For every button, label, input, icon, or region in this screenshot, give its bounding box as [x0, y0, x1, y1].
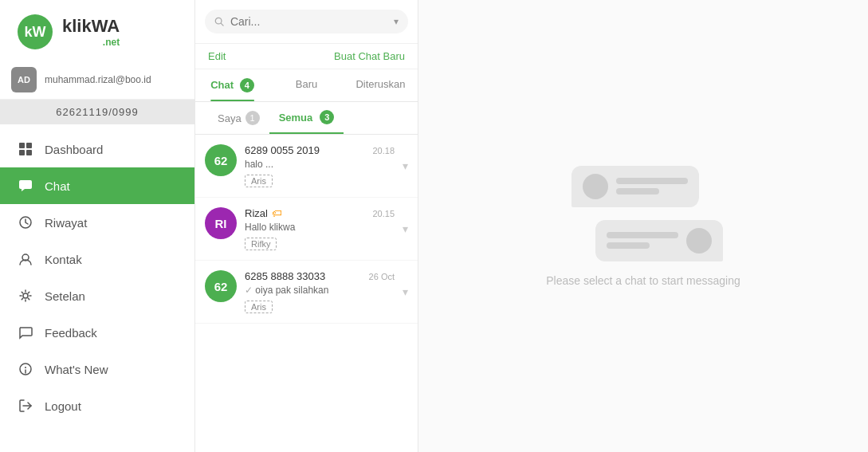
bubble-avatar-2	[686, 228, 712, 254]
logo-area: kW klikWA .net	[0, 0, 194, 61]
logo-net: .net	[62, 37, 120, 48]
contact-icon	[18, 251, 33, 267]
search-input-wrap[interactable]: ▾	[205, 10, 408, 33]
empty-state: Please select a chat to start messaging	[546, 166, 740, 287]
sub-tabs-row: Saya 1 Semua 3	[195, 102, 418, 135]
chat-msg-2: Hallo klikwa	[245, 222, 395, 233]
sidebar-item-setelan[interactable]: Setelan	[0, 277, 194, 314]
chat-panel: ▾ Edit Buat Chat Baru Chat 4 Baru Diteru…	[195, 0, 418, 452]
empty-illustration	[556, 166, 731, 261]
chat-time-2: 20.15	[372, 209, 395, 218]
sidebar-item-riwayat[interactable]: Riwayat	[0, 204, 194, 241]
sub-tab-saya-badge: 1	[245, 111, 260, 125]
chat-item-3[interactable]: 62 6285 8888 33033 26 Oct ✓ oiya pak sil…	[195, 261, 418, 324]
history-icon	[18, 214, 33, 230]
chat-list: 62 6289 0055 2019 20.18 halo ... Aris ▾ …	[195, 135, 418, 452]
svg-rect-4	[19, 150, 25, 155]
bubble-line-4	[607, 242, 650, 249]
search-bar: ▾	[195, 0, 418, 44]
svg-text:kW: kW	[25, 24, 46, 40]
main-content: Please select a chat to start messaging	[418, 0, 868, 452]
chat-avatar-1: 62	[205, 144, 237, 176]
sidebar-item-kontak[interactable]: Kontak	[0, 241, 194, 277]
chat-content-1: 6289 0055 2019 20.18 halo ... Aris	[245, 144, 395, 187]
tab-chat-badge: 4	[240, 78, 254, 92]
chat-phone-1: 6289 0055 2019	[245, 144, 320, 156]
search-icon	[214, 16, 224, 27]
user-email: muhammad.rizal@boo.id	[45, 74, 151, 85]
sidebar-item-chat[interactable]: Chat	[0, 167, 194, 204]
grid-icon	[18, 141, 33, 157]
dropdown-icon[interactable]: ▾	[394, 16, 399, 27]
svg-marker-7	[22, 189, 25, 191]
sidebar-item-label-kontak: Kontak	[45, 253, 82, 266]
logout-icon	[18, 398, 33, 414]
svg-rect-3	[26, 143, 32, 148]
new-chat-button[interactable]: Buat Chat Baru	[334, 50, 405, 62]
feedback-icon	[18, 324, 33, 340]
whats-new-icon	[18, 361, 33, 377]
logo-icon: kW	[16, 13, 54, 51]
sidebar-item-whats-new[interactable]: What's New	[0, 351, 194, 387]
logo-text: klikWA	[62, 16, 120, 37]
chat-time-3: 26 Oct	[369, 272, 395, 281]
chat-icon	[18, 178, 33, 194]
chat-msg-1: halo ...	[245, 159, 395, 170]
chat-chevron-1: ▾	[403, 159, 408, 172]
tabs-row: Chat 4 Baru Diteruskan	[195, 69, 418, 102]
bubble-line-1	[616, 178, 688, 184]
sidebar-item-label-logout: Logout	[45, 399, 81, 413]
sidebar-item-label-setelan: Setelan	[45, 289, 85, 303]
nav-menu: Dashboard Chat Riwayat Kontak	[0, 124, 194, 452]
sidebar-item-label-riwayat: Riwayat	[45, 216, 87, 230]
svg-rect-6	[19, 180, 32, 189]
chat-tag-2: Rifky	[245, 238, 277, 250]
sidebar-item-label-whats-new: What's New	[45, 363, 108, 376]
chat-chevron-3: ▾	[403, 285, 408, 298]
svg-point-10	[23, 293, 28, 298]
gear-icon	[18, 288, 33, 304]
panel-actions: Edit Buat Chat Baru	[195, 44, 418, 69]
svg-line-16	[221, 23, 223, 26]
sidebar-item-label-feedback: Feedback	[45, 326, 97, 340]
tab-baru[interactable]: Baru	[269, 69, 344, 101]
sidebar-item-label-chat: Chat	[45, 179, 70, 193]
check-icon-3: ✓	[245, 285, 253, 296]
svg-rect-5	[26, 150, 32, 155]
sidebar-item-feedback[interactable]: Feedback	[0, 314, 194, 351]
tab-chat[interactable]: Chat 4	[195, 69, 269, 101]
sidebar-item-dashboard[interactable]: Dashboard	[0, 131, 194, 167]
chat-time-1: 20.18	[372, 146, 395, 155]
chat-content-2: Rizal 🏷 20.15 Hallo klikwa Rifky	[245, 207, 395, 250]
chat-avatar-2: RI	[205, 207, 237, 239]
bubble-line-2	[616, 188, 659, 195]
sidebar-item-label-dashboard: Dashboard	[45, 143, 103, 156]
empty-state-text: Please select a chat to start messaging	[546, 274, 740, 287]
chat-bubble-1	[571, 166, 699, 207]
chat-item-2[interactable]: RI Rizal 🏷 20.15 Hallo klikwa Rifky ▾	[195, 198, 418, 261]
edit-button[interactable]: Edit	[208, 50, 226, 62]
chat-chevron-2: ▾	[403, 222, 408, 235]
sub-tab-saya[interactable]: Saya 1	[208, 102, 269, 134]
phone-banner: 62621119/0999	[0, 100, 194, 124]
chat-item-1[interactable]: 62 6289 0055 2019 20.18 halo ... Aris ▾	[195, 135, 418, 198]
svg-point-12	[25, 367, 26, 368]
chat-phone-3: 6285 8888 33033	[245, 270, 325, 282]
tag-icon-2: 🏷	[272, 207, 282, 219]
svg-rect-2	[19, 143, 25, 148]
chat-avatar-3: 62	[205, 270, 237, 302]
search-input[interactable]	[230, 15, 387, 28]
avatar: AD	[11, 67, 37, 92]
chat-msg-3: ✓ oiya pak silahkan	[245, 285, 395, 296]
chat-tag-1: Aris	[245, 175, 273, 187]
sidebar-item-logout[interactable]: Logout	[0, 387, 194, 424]
sub-tab-semua[interactable]: Semua 3	[269, 102, 344, 134]
sidebar: kW klikWA .net AD muhammad.rizal@boo.id …	[0, 0, 195, 452]
bubble-line-3	[607, 232, 678, 238]
bubble-avatar-1	[583, 174, 608, 199]
chat-content-3: 6285 8888 33033 26 Oct ✓ oiya pak silahk…	[245, 270, 395, 313]
chat-bubble-2	[595, 220, 723, 261]
tab-diteruskan[interactable]: Diteruskan	[344, 69, 418, 101]
chat-tag-3: Aris	[245, 301, 273, 313]
chat-phone-2: Rizal	[245, 207, 268, 219]
